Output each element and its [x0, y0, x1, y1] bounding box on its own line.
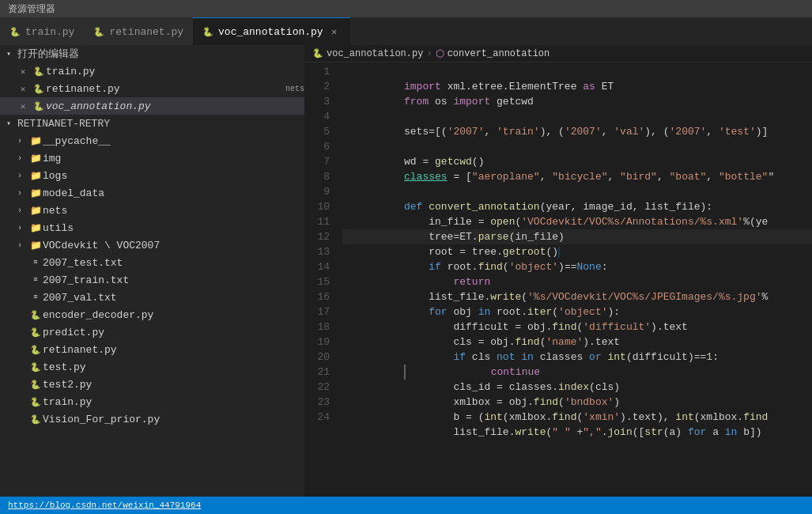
status-url[interactable]: https://blog.csdn.net/weixin_44791964	[8, 501, 201, 510]
folder-name-pycache: __pycache__	[43, 135, 304, 147]
top-bar: 资源管理器	[0, 0, 812, 17]
tab-retinanet[interactable]: 🐍 retinanet.py	[84, 17, 193, 45]
file-test2[interactable]: 🐍 test2.py	[0, 376, 304, 393]
retinanet-label: RETINANET-RETRY	[17, 118, 110, 130]
chevron-nets: ›	[17, 206, 28, 215]
code-line-2: from os import getcwd	[342, 79, 812, 94]
file-predict[interactable]: 🐍 predict.py	[0, 323, 304, 341]
folder-vocdevkit[interactable]: › 📁 VOCdevkit \ VOC2007	[0, 236, 304, 254]
folder-name-nets: nets	[43, 205, 304, 217]
file-name-test2: test2.py	[43, 379, 304, 391]
tab-train[interactable]: 🐍 train.py	[0, 17, 84, 45]
tab-label-retinanet: retinanet.py	[109, 26, 183, 38]
code-line-13: if root.find('object')==None:	[342, 244, 812, 259]
open-editor-retinanet[interactable]: ✕ 🐍 retinanet.py nets	[0, 80, 304, 97]
code-line-24: list_file.write(" " +",".join([str(a) fo…	[342, 410, 812, 425]
folder-name-img: img	[43, 153, 304, 164]
folder-icon-img: 📁	[28, 153, 43, 164]
tab-icon-train: 🐍	[9, 27, 21, 37]
code-line-11: tree=ET.parse(in_file)	[342, 214, 812, 229]
py-icon-retinanet2: 🐍	[28, 345, 43, 355]
txt-icon-2007-val: ≡	[28, 293, 43, 301]
chevron-utils: ›	[17, 224, 28, 232]
file-test[interactable]: 🐍 test.py	[0, 358, 304, 376]
code-line-15: list_file.write('%s/VOCdevkit/VOC%s/JPEG…	[342, 274, 812, 289]
code-line-17: difficult = obj.find('difficult').text	[342, 304, 812, 319]
code-line-18: cls = obj.find('name').text	[342, 319, 812, 334]
code-line-5	[342, 124, 812, 139]
badge-retinanet: nets	[285, 85, 304, 93]
folder-icon-utils: 📁	[28, 222, 43, 234]
status-bar: https://blog.csdn.net/weixin_44791964	[0, 497, 812, 514]
close-icon-voc[interactable]: ✕	[17, 101, 28, 111]
breadcrumb-sep: ›	[426, 48, 432, 59]
tab-close-voc[interactable]: ✕	[328, 25, 341, 38]
py-icon-retinanet: 🐍	[32, 84, 46, 94]
chevron-open-editors: ▾	[6, 49, 17, 59]
close-icon-retinanet[interactable]: ✕	[17, 84, 28, 94]
file-encoder-decoder[interactable]: 🐍 encoder_decoder.py	[0, 306, 304, 323]
file-name-test: test.py	[43, 361, 304, 373]
py-icon-encoder: 🐍	[28, 310, 43, 320]
open-file-train: train.py	[46, 66, 304, 77]
chevron-vocdevkit: ›	[17, 241, 28, 250]
file-2007-val[interactable]: ≡ 2007_val.txt	[0, 289, 304, 306]
folder-icon-pycache: 📁	[28, 135, 43, 147]
chevron-model-data: ›	[17, 189, 28, 198]
code-line-14: return	[342, 259, 812, 274]
file-train[interactable]: 🐍 train.py	[0, 393, 304, 410]
folder-icon-vocdevkit: 📁	[28, 240, 43, 251]
close-icon-train[interactable]: ✕	[17, 66, 28, 77]
file-name-predict: predict.py	[43, 327, 304, 338]
folder-img[interactable]: › 📁 img	[0, 149, 304, 167]
file-vision[interactable]: 🐍 Vision_For_prior.py	[0, 410, 304, 428]
chevron-pycache: ›	[17, 137, 28, 146]
code-line-1: import xml.etree.ElementTree as ET	[342, 64, 812, 79]
code-editor[interactable]: 12345 678910 1112131415 1617181920 21222…	[304, 62, 812, 497]
open-file-voc: voc_annotation.py	[46, 100, 304, 112]
folder-utils[interactable]: › 📁 utils	[0, 219, 304, 236]
editor-area: 🐍 voc_annotation.py › ⬡ convert_annotati…	[304, 45, 812, 497]
tab-label-train: train.py	[25, 26, 74, 38]
chevron-img: ›	[17, 154, 28, 163]
breadcrumb-file-icon: 🐍	[312, 48, 323, 59]
code-line-16: for obj in root.iter('object'):	[342, 289, 812, 304]
py-icon-train2: 🐍	[28, 397, 43, 407]
file-name-2007-val: 2007_val.txt	[43, 292, 304, 304]
open-editor-train[interactable]: ✕ 🐍 train.py	[0, 62, 304, 80]
chevron-logs: ›	[17, 172, 28, 180]
section-open-editors[interactable]: ▾ 打开的编辑器	[0, 45, 304, 62]
code-line-21: cls_id = classes.index(cls)	[342, 365, 812, 380]
txt-icon-2007-test: ≡	[28, 259, 43, 266]
file-2007-test[interactable]: ≡ 2007_test.txt	[0, 254, 304, 271]
txt-icon-2007-train: ≡	[28, 276, 43, 284]
tab-icon-retinanet: 🐍	[93, 27, 104, 37]
open-editors-label: 打开的编辑器	[17, 47, 79, 61]
section-retinanet[interactable]: ▾ RETINANET-RETRY	[0, 115, 304, 132]
py-icon-test2: 🐍	[28, 380, 43, 390]
code-line-9: def convert_annotation(year, image_id, l…	[342, 184, 812, 199]
tab-icon-voc: 🐍	[202, 27, 213, 37]
tab-voc-annotation[interactable]: 🐍 voc_annotation.py ✕	[193, 17, 350, 45]
code-line-12: root = tree.getroot()	[342, 229, 812, 244]
code-line-22: xmlbox = obj.find('bndbox')	[342, 380, 812, 395]
sidebar: ▾ 打开的编辑器 ✕ 🐍 train.py ✕ 🐍 retinanet.py n…	[0, 45, 304, 497]
file-name-train: train.py	[43, 396, 304, 408]
folder-name-utils: utils	[43, 222, 304, 234]
file-2007-train[interactable]: ≡ 2007_train.txt	[0, 271, 304, 289]
folder-model-data[interactable]: › 📁 model_data	[0, 184, 304, 202]
code-line-19: if cls not in classes or int(difficult)=…	[342, 334, 812, 350]
open-editor-voc[interactable]: ✕ 🐍 voc_annotation.py	[0, 97, 304, 115]
file-name-vision: Vision_For_prior.py	[43, 414, 304, 425]
file-retinanet[interactable]: 🐍 retinanet.py	[0, 341, 304, 358]
py-icon-test: 🐍	[28, 362, 43, 372]
breadcrumb-func-icon: ⬡	[436, 47, 444, 60]
code-line-20: continue	[342, 350, 812, 365]
folder-nets[interactable]: › 📁 nets	[0, 202, 304, 219]
py-icon-train: 🐍	[32, 66, 46, 77]
folder-logs[interactable]: › 📁 logs	[0, 167, 304, 184]
file-name-2007-train: 2007_train.txt	[43, 274, 304, 286]
folder-pycache[interactable]: › 📁 __pycache__	[0, 132, 304, 149]
folder-icon-nets: 📁	[28, 205, 43, 217]
folder-icon-model-data: 📁	[28, 187, 43, 199]
